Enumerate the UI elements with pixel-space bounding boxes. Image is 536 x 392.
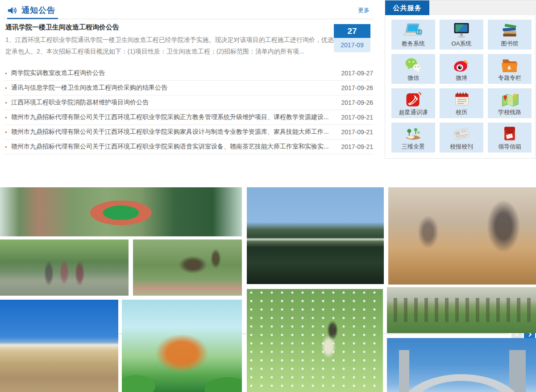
speaker-icon	[7, 5, 17, 16]
service-label: 领导信箱	[498, 143, 521, 150]
service-item-panorama[interactable]: 三维全景	[391, 123, 435, 153]
notice-item-title[interactable]: 江西环境工程职业学院消防器材维护项目询价公告	[11, 99, 335, 107]
service-item-chaoxing[interactable]: 超星通识课	[391, 88, 435, 118]
notice-item-date: 2017-09-21	[341, 114, 373, 121]
service-item-columns[interactable]: 专题专栏	[488, 54, 532, 84]
service-label: 校报校刊	[450, 143, 473, 150]
notice-item-title[interactable]: 赣州市九鼎招标代理有限公司关于江西环境工程职业学院采购正方教务管理系统升级维护项…	[11, 113, 335, 121]
service-label: OA系统	[452, 40, 472, 47]
featured-notice[interactable]: 通讯学院一楼卫生间改造工程询价公告 1、江西环境工程职业学院通讯学院一楼卫生间改…	[5, 22, 374, 57]
service-item-library[interactable]: 图书馆	[488, 20, 532, 50]
service-item-mailbox[interactable]: 领导信箱	[488, 123, 532, 153]
notice-item-date: 2017-09-21	[341, 143, 373, 150]
books-icon	[499, 21, 520, 40]
bullet-icon	[5, 87, 7, 89]
bullet-icon	[5, 73, 7, 74]
featured-date-badge: 27 2017-09	[334, 24, 370, 52]
wechat-icon	[403, 56, 424, 74]
notice-list: 商学院实训教室改造工程询价公告 2017-09-27 通讯与信息学院一楼卫生间改…	[4, 66, 373, 154]
service-item-oa[interactable]: OA系统	[440, 20, 483, 50]
service-label: 微信	[407, 74, 419, 82]
notice-header: 通知公告 更多	[4, 4, 374, 19]
service-label: 超星通识课	[399, 109, 428, 116]
services-header-bar: 公共服务	[385, 0, 535, 15]
notice-section-title: 通知公告	[21, 5, 55, 16]
gallery-photo-gate[interactable]	[387, 338, 536, 392]
service-label: 校历	[456, 109, 467, 116]
gallery-photo-lake-campus[interactable]	[0, 300, 118, 392]
service-item-newspaper[interactable]: 校报校刊	[440, 123, 483, 153]
service-label: 专题专栏	[498, 74, 521, 82]
bullet-icon	[5, 146, 7, 148]
mailbox-icon	[499, 124, 520, 143]
gallery-photo-woodworking[interactable]	[388, 187, 536, 285]
service-label: 微博	[456, 74, 467, 82]
gallery-section-header: 环院 故事	[0, 161, 536, 185]
bullet-icon	[5, 132, 7, 133]
featured-notice-excerpt: 1、江西环境工程职业学院通讯学院一楼卫生间改造工程已经学院准予实施。现决定对该项…	[5, 34, 335, 57]
notice-list-item[interactable]: 赣州市九鼎招标代理有限公司关于江西环境工程职业学院采购正方教务管理系统升级维护项…	[4, 110, 373, 125]
gallery-photo-military[interactable]	[387, 287, 536, 333]
folder-icon	[499, 56, 520, 74]
notice-list-item[interactable]: 赣州市九鼎招标代理有限公司关于江西环境工程职业学院采购语音实训室设备、赣南茶艺技…	[4, 140, 373, 154]
gallery-photo-sculpture[interactable]	[133, 239, 242, 296]
service-label: 三维全景	[402, 143, 425, 150]
services-grid: 教务系统 OA系统	[391, 20, 532, 153]
services-tab[interactable]: 公共服务	[385, 0, 429, 15]
chaoxing-icon	[403, 90, 424, 109]
newspaper-icon	[451, 124, 472, 143]
notice-list-item[interactable]: 江西环境工程职业学院消防器材维护项目询价公告 2017-09-26	[4, 95, 373, 110]
featured-date-month: 2017-09	[334, 38, 370, 52]
service-label: 图书馆	[501, 40, 519, 47]
service-label: 学校线路	[498, 109, 521, 116]
calendar-icon	[451, 90, 472, 109]
notice-header-left: 通知公告	[7, 4, 58, 19]
notice-list-item[interactable]: 通讯与信息学院一楼卫生间改造工程询价采购的结果公告 2017-09-26	[4, 81, 373, 95]
public-services-panel: 公共服务 教务系统	[385, 0, 536, 159]
notice-item-date: 2017-09-26	[341, 99, 373, 106]
service-item-calendar[interactable]: 校历	[440, 88, 483, 118]
gallery-photo-stadium[interactable]	[0, 187, 242, 236]
notice-item-date: 2017-09-26	[341, 84, 373, 91]
gallery-photo-girl-flowers[interactable]	[247, 289, 383, 392]
service-item-jiaowu[interactable]: 教务系统	[391, 20, 435, 50]
notice-item-date: 2017-09-27	[341, 70, 373, 77]
bullet-icon	[5, 117, 7, 118]
service-item-wechat[interactable]: 微信	[391, 54, 435, 84]
featured-notice-title[interactable]: 通讯学院一楼卫生间改造工程询价公告	[5, 22, 374, 32]
notice-item-title[interactable]: 通讯与信息学院一楼卫生间改造工程询价采购的结果公告	[11, 84, 335, 92]
map-route-icon	[499, 90, 520, 109]
notice-item-date: 2017-09-21	[341, 128, 373, 136]
notice-item-title[interactable]: 商学院实训教室改造工程询价公告	[11, 69, 335, 77]
notice-more-link[interactable]: 更多	[358, 6, 370, 14]
gallery-photo-lake-bridge[interactable]	[247, 187, 384, 284]
weibo-icon	[451, 56, 472, 74]
service-label: 教务系统	[402, 40, 425, 47]
laptop-globe-icon	[403, 21, 424, 40]
panorama-icon	[403, 124, 424, 143]
monitor-icon	[451, 21, 472, 40]
service-item-weibo[interactable]: 微博	[440, 54, 483, 84]
bullet-icon	[5, 102, 7, 103]
service-item-route[interactable]: 学校线路	[488, 88, 532, 118]
notice-list-item[interactable]: 赣州市九鼎招标代理有限公司关于江西环境工程职业学院采购家具设计与制造专业教学资源…	[4, 125, 373, 140]
gallery-photo-students[interactable]	[0, 239, 129, 296]
notice-item-title[interactable]: 赣州市九鼎招标代理有限公司关于江西环境工程职业学院采购家具设计与制造专业教学资源…	[11, 128, 335, 136]
gallery-photo-pavilion[interactable]	[122, 300, 242, 392]
featured-date-day: 27	[334, 24, 370, 38]
notice-item-title[interactable]: 赣州市九鼎招标代理有限公司关于江西环境工程职业学院采购语音实训室设备、赣南茶艺技…	[11, 143, 335, 151]
page: 通知公告 更多 通讯学院一楼卫生间改造工程询价公告 1、江西环境工程职业学院通讯…	[0, 0, 536, 392]
notice-list-item[interactable]: 商学院实训教室改造工程询价公告 2017-09-27	[4, 66, 373, 81]
